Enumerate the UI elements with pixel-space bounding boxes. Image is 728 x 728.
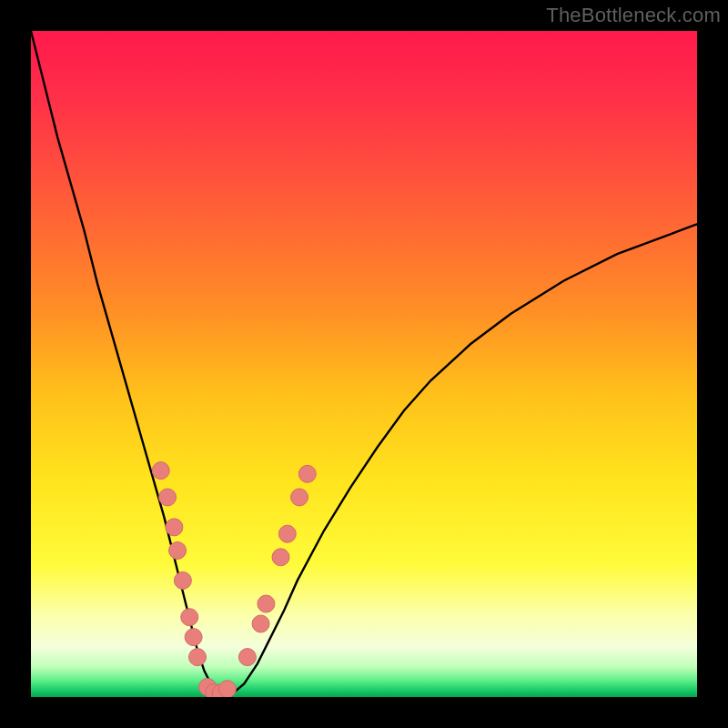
scatter-dot: [159, 489, 177, 506]
plot-background: [31, 31, 697, 697]
scatter-dot: [252, 615, 269, 632]
watermark-text: TheBottleneck.com: [546, 4, 721, 27]
scatter-dot: [258, 595, 275, 612]
scatter-dot: [189, 649, 207, 666]
scatter-dot: [152, 462, 169, 480]
scatter-dot: [291, 489, 308, 506]
scatter-dot: [238, 649, 256, 666]
scatter-dot: [218, 681, 236, 698]
scatter-dot: [174, 571, 191, 589]
scatter-dot: [181, 609, 198, 626]
scatter-dot: [272, 549, 289, 566]
scatter-dot: [166, 519, 183, 536]
chart-svg: [0, 0, 728, 728]
scatter-dot: [185, 629, 202, 646]
scatter-dot: [298, 465, 316, 482]
scatter-dot: [169, 541, 187, 559]
scatter-dot: [278, 525, 296, 542]
chart-stage: TheBottleneck.com: [0, 0, 728, 728]
